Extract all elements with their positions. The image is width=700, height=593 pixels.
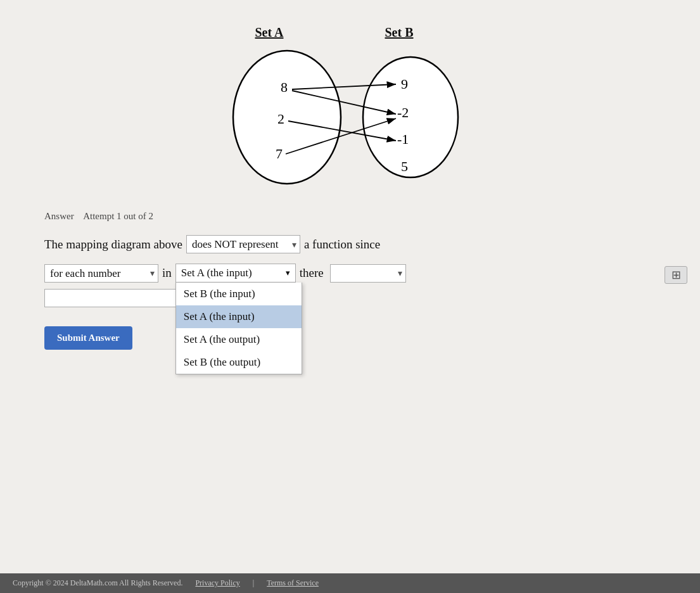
footer-separator: | (253, 578, 254, 588)
sentence-line-1: The mapping diagram above does represent… (44, 235, 656, 253)
sentence2-dropdown2[interactable]: for each number there is a number (44, 264, 158, 283)
answer-text: Answer (44, 211, 74, 221)
dropdown3-option-set-a-output[interactable]: Set A (the output) (176, 328, 302, 351)
svg-text:-2: -2 (397, 105, 409, 120)
sentence2-dropdown3-box[interactable]: Set A (the input) ▾ (175, 264, 296, 283)
dropdown3-option-set-a-input[interactable]: Set A (the input) (176, 305, 302, 328)
diagram-wrapper: Set A Set B 8 2 7 9 -2 -1 5 (217, 25, 483, 190)
set-a-label: Set A (255, 25, 284, 40)
svg-point-0 (233, 51, 341, 184)
sentence1-dropdown1[interactable]: does represent does NOT represent (186, 235, 300, 253)
submit-answer-button[interactable]: Submit Answer (44, 326, 132, 350)
answer-label: Answer Attempt 1 out of 2 (44, 209, 656, 222)
svg-point-1 (363, 57, 458, 177)
answer-section: Answer Attempt 1 out of 2 The mapping di… (38, 209, 662, 350)
svg-text:-1: -1 (397, 131, 409, 147)
footer-privacy-policy[interactable]: Privacy Policy (195, 578, 239, 588)
dropdown3-selected-text: Set A (the input) (181, 267, 252, 279)
sentence1-dropdown1-wrapper: does represent does NOT represent (186, 235, 300, 253)
diagram-section: Set A Set B 8 2 7 9 -2 -1 5 (38, 25, 662, 190)
svg-text:5: 5 (401, 158, 408, 174)
main-content: Set A Set B 8 2 7 9 -2 -1 5 (0, 0, 700, 593)
footer: Copyright © 2024 DeltaMath.com All Right… (0, 573, 700, 593)
svg-text:9: 9 (401, 76, 408, 92)
attempt-text: Attempt 1 out of 2 (83, 211, 153, 221)
svg-text:7: 7 (276, 146, 283, 162)
sentence2-dropdown3-wrapper: Set A (the input) ▾ Set B (the input) Se… (175, 264, 296, 283)
svg-text:8: 8 (281, 79, 288, 95)
footer-copyright: Copyright © 2024 DeltaMath.com All Right… (13, 578, 182, 588)
sentence2-suffix: there (300, 266, 324, 280)
dropdown3-option-set-b-input[interactable]: Set B (the input) (176, 283, 302, 305)
dropdown3-option-set-b-output[interactable]: Set B (the output) (176, 351, 302, 374)
third-line (44, 289, 656, 307)
set-b-label: Set B (385, 25, 414, 40)
sentence2-dropdown4-wrapper (330, 264, 406, 283)
svg-text:2: 2 (277, 111, 284, 127)
sentence2-middle: in (162, 266, 172, 280)
footer-terms[interactable]: Terms of Service (267, 578, 319, 588)
chevron-down-icon: ▾ (286, 268, 290, 278)
sentence-line-2: for each number there is a number in Set… (44, 264, 656, 283)
sentence1-suffix: a function since (304, 238, 380, 252)
mapping-diagram-svg: 8 2 7 9 -2 -1 5 (217, 41, 483, 187)
sentence1-prefix: The mapping diagram above (44, 238, 182, 252)
dropdown3-menu: Set B (the input) Set A (the input) Set … (175, 283, 302, 374)
sentence2-dropdown2-wrapper: for each number there is a number (44, 264, 158, 283)
sentence2-dropdown4[interactable] (330, 264, 406, 283)
corner-icon: ⊞ (665, 266, 687, 284)
